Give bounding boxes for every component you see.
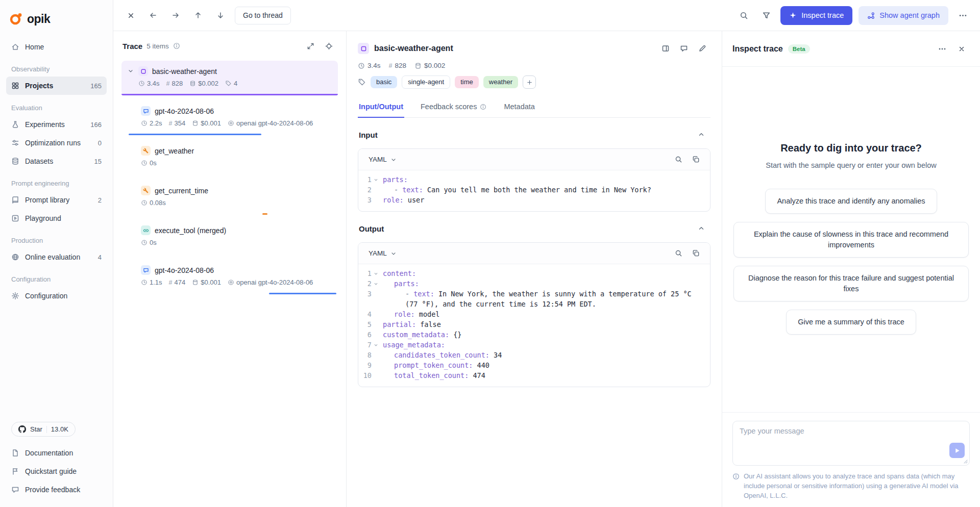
trace-count: 5 items xyxy=(146,42,169,50)
inspect-trace-button[interactable]: Inspect trace xyxy=(780,6,852,25)
beta-badge: Beta xyxy=(788,44,810,54)
fold-chevron-icon[interactable] xyxy=(372,174,380,185)
format-select[interactable]: YAML xyxy=(364,246,401,260)
disclaimer-text: Our AI assistant allows you to analyze t… xyxy=(744,472,970,501)
suggestion-chip[interactable]: Diagnose the reason for this trace failu… xyxy=(733,266,969,301)
layout-columns-icon[interactable] xyxy=(657,40,674,57)
message-input[interactable] xyxy=(733,421,969,465)
close-panel-icon[interactable] xyxy=(953,41,970,57)
sidebar-item-label: Projects xyxy=(25,82,53,90)
go-to-thread-button[interactable]: Go to thread xyxy=(235,7,291,24)
content: Trace 5 items basic-weather-agent xyxy=(113,31,980,507)
tab-metadata[interactable]: Metadata xyxy=(503,97,535,118)
copy-icon[interactable] xyxy=(688,245,704,262)
output-code-card: YAML 1content: 2parts: 3-text: In New Yo… xyxy=(358,242,710,387)
inspect-heading: Ready to dig into your trace? xyxy=(780,142,922,154)
suggestion-chip[interactable]: Explain the cause of slowness in this tr… xyxy=(733,222,969,258)
sidebar-item-label: Documentation xyxy=(25,449,73,457)
span-cost: $0.001 xyxy=(201,119,221,127)
suggestion-chip[interactable]: Give me a summary of this trace xyxy=(786,310,916,335)
hash-icon: # xyxy=(169,120,173,127)
inspect-trace-panel: Inspect trace Beta Ready to dig into you… xyxy=(722,31,980,507)
trace-span-row-get-current-time[interactable]: get_current_time 0.08s xyxy=(121,180,338,215)
sidebar-item-playground[interactable]: Playground xyxy=(6,209,107,227)
add-tag-button[interactable] xyxy=(523,75,536,89)
search-in-code-icon[interactable] xyxy=(670,151,687,168)
more-options-icon[interactable] xyxy=(954,7,971,23)
copy-icon[interactable] xyxy=(688,151,704,168)
span-cost: $0.001 xyxy=(201,278,221,286)
fold-chevron-icon[interactable] xyxy=(372,268,380,278)
sidebar-item-documentation[interactable]: Documentation xyxy=(6,444,107,462)
edit-pencil-icon[interactable] xyxy=(694,40,710,57)
back-arrow-button[interactable] xyxy=(145,7,161,23)
span-duration: 0s xyxy=(150,239,157,246)
tags-row: basic single-agent time weather xyxy=(358,75,710,89)
tab-input-output[interactable]: Input/Output xyxy=(358,97,404,118)
tag-time[interactable]: time xyxy=(455,76,479,88)
chevron-down-icon xyxy=(390,250,397,257)
suggestion-chip[interactable]: Analyze this trace and identify any anom… xyxy=(765,189,937,214)
sidebar-item-online-evaluation[interactable]: Online evaluation 4 xyxy=(6,248,107,266)
trace-span-row-llm-2[interactable]: gpt-4o-2024-08-06 1.1s #474 $0.001 opena… xyxy=(121,260,338,294)
chevron-down-icon[interactable] xyxy=(128,66,135,75)
globe-icon xyxy=(11,253,19,261)
trace-span-row-execute-tool[interactable]: execute_tool (merged) 0s xyxy=(121,220,338,255)
topbar: Go to thread Inspect trace Show agent gr… xyxy=(113,0,980,31)
link-span-icon xyxy=(141,225,151,235)
span-tokens: 354 xyxy=(175,119,186,127)
fold-chevron-icon[interactable] xyxy=(372,278,380,289)
sidebar-item-optimization-runs[interactable]: Optimization runs 0 xyxy=(6,134,107,152)
expand-all-icon[interactable] xyxy=(302,38,318,54)
sidebar-item-home[interactable]: Home xyxy=(6,38,107,56)
sidebar-item-label: Playground xyxy=(25,214,61,222)
tag-weather[interactable]: weather xyxy=(483,76,518,88)
close-button[interactable] xyxy=(122,7,139,23)
sidebar-item-prompt-library[interactable]: Prompt library 2 xyxy=(6,191,107,209)
sidebar-section-production: Production xyxy=(11,237,102,244)
sidebar-item-datasets[interactable]: Datasets 15 xyxy=(6,152,107,170)
span-duration: 1.1s xyxy=(150,278,162,286)
send-button[interactable] xyxy=(949,443,965,458)
sidebar-item-quickstart-guide[interactable]: Quickstart guide xyxy=(6,462,107,480)
focus-icon[interactable] xyxy=(321,38,337,54)
fold-chevron-icon[interactable] xyxy=(372,340,380,350)
show-agent-graph-button[interactable]: Show agent graph xyxy=(859,6,948,25)
collapse-output-chevron-up-icon[interactable] xyxy=(693,220,709,237)
logo[interactable]: opik xyxy=(6,7,107,29)
sidebar-item-label: Provide feedback xyxy=(25,486,80,494)
search-icon[interactable] xyxy=(736,7,752,23)
sidebar-item-projects[interactable]: Projects 165 xyxy=(6,77,107,95)
llm-span-icon xyxy=(141,106,151,116)
down-arrow-button[interactable] xyxy=(212,7,229,23)
up-arrow-button[interactable] xyxy=(190,7,206,23)
agent-span-icon xyxy=(358,43,369,54)
search-in-code-icon[interactable] xyxy=(670,245,687,262)
filter-icon[interactable] xyxy=(758,7,774,23)
inspect-panel-body: Ready to dig into your trace? Start with… xyxy=(722,67,980,412)
github-star-button[interactable]: Star 13.0K xyxy=(11,422,76,437)
collapse-input-chevron-up-icon[interactable] xyxy=(693,126,709,143)
forward-arrow-button[interactable] xyxy=(167,7,184,23)
tab-feedback-scores[interactable]: Feedback scores xyxy=(420,97,487,118)
span-name: gpt-4o-2024-08-06 xyxy=(155,266,214,275)
tag-single-agent[interactable]: single-agent xyxy=(402,75,450,89)
detail-tabs: Input/Output Feedback scores Metadata xyxy=(358,97,710,118)
trace-span-row-get-weather[interactable]: get_weather 0s xyxy=(121,140,338,175)
format-select[interactable]: YAML xyxy=(364,153,401,166)
span-tag-count: 4 xyxy=(234,80,237,87)
more-options-icon[interactable] xyxy=(934,41,950,57)
resize-handle[interactable] xyxy=(963,459,968,464)
sidebar-item-experiments[interactable]: Experiments 166 xyxy=(6,115,107,134)
output-section-header: Output xyxy=(358,212,710,242)
comment-icon[interactable] xyxy=(676,40,692,57)
tag-basic[interactable]: basic xyxy=(371,76,397,88)
detail-cost: $0.002 xyxy=(424,62,445,69)
message-box xyxy=(732,421,970,466)
trace-span-row-llm-1[interactable]: gpt-4o-2024-08-06 2.2s #354 $0.001 opena… xyxy=(121,100,338,135)
trace-span-row-root[interactable]: basic-weather-agent 3.4s #828 $0.002 4 xyxy=(121,61,338,95)
input-code: 1parts: 2-text: Can you tell me both the… xyxy=(358,170,710,211)
sidebar-item-provide-feedback[interactable]: Provide feedback xyxy=(6,480,107,499)
sidebar-item-configuration[interactable]: Configuration xyxy=(6,287,107,305)
agent-span-icon xyxy=(138,66,148,76)
